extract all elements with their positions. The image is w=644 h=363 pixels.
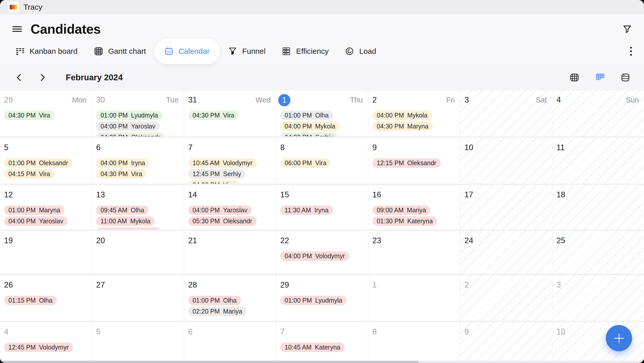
list-view-icon (621, 73, 630, 82)
calendar-day-cell[interactable]: 1 (368, 275, 460, 321)
event-chip[interactable]: 02:20 PMMariya (188, 307, 247, 316)
event-chip[interactable]: 01:00 PMOlha (280, 111, 333, 120)
calendar-day-cell[interactable]: 2 (460, 275, 552, 321)
filter-icon[interactable] (622, 24, 632, 34)
scrollbar-thumb[interactable] (0, 361, 419, 363)
calendar-day-cell[interactable]: 1309:45 AMOlha11:00 AMMykola05:30 PMKate… (92, 185, 183, 229)
calendar-day-cell[interactable]: 19 (0, 231, 91, 274)
event-chip[interactable]: 09:00 AMMariya (372, 205, 431, 215)
event-list: 01:00 PMOlha02:20 PMMariya (188, 296, 272, 316)
event-chip[interactable]: 04:30 PMVira (96, 169, 146, 179)
event-chip[interactable]: 04:00 PMIryna (96, 158, 150, 168)
calendar-day-cell[interactable]: 4Sun (553, 90, 644, 136)
calendar-day-cell[interactable]: 1Thu01:00 PMOlha04:00 PMMykola04:30 PMSe… (276, 90, 368, 136)
event-chip[interactable]: 04:15 PMVira (4, 169, 55, 179)
tab-funnel[interactable]: Funnel (220, 38, 274, 64)
event-time: 12:45 PM (8, 344, 36, 351)
tab-efficiency[interactable]: Efficiency (274, 38, 337, 64)
event-chip[interactable]: 01:00 PMMaryna (4, 205, 64, 215)
app-title: Tracy (23, 3, 42, 11)
custom-grid-view-button[interactable] (595, 73, 605, 82)
calendar-day-cell[interactable]: 5 (92, 322, 183, 362)
calendar-day-cell[interactable]: 710:45 AMVolodymyr12:45 PMSerhiy04:30 PM… (184, 138, 276, 184)
calendar-day-cell[interactable]: 24 (460, 231, 552, 274)
event-chip[interactable]: 01:00 PMOleksandr (4, 158, 72, 168)
add-event-button[interactable] (606, 325, 632, 351)
calendar-day-cell[interactable]: 2Fri04:00 PMMykola04:30 PMMaryna (368, 90, 460, 136)
calendar-day-cell[interactable]: 21 (184, 231, 276, 274)
calendar-day-cell[interactable]: 1404:00 PMYaroslav05:30 PMOleksandr (184, 185, 276, 229)
calendar-day-cell[interactable]: 9 (460, 322, 552, 362)
event-chip[interactable]: 01:00 PMLyudmyla (280, 296, 346, 305)
calendar-day-cell[interactable]: 1609:00 AMMariya01:30 PMKateryna (368, 185, 460, 229)
event-chip[interactable]: 04:30 PMOleksandr (96, 133, 164, 136)
event-chip[interactable]: 04:00 PMMykola (280, 122, 340, 131)
event-chip[interactable]: 04:30 PMMaryna (372, 122, 433, 131)
tab-load[interactable]: Load (337, 38, 384, 64)
calendar-day-cell[interactable]: 6 (184, 322, 276, 362)
calendar-day-cell[interactable]: 27 (92, 275, 183, 321)
calendar-day-cell[interactable]: 30Tue01:00 PMLyudmyla04:00 PMYaroslav04:… (92, 90, 183, 136)
calendar-day-cell[interactable]: 23 (368, 231, 460, 274)
event-chip[interactable]: 04:00 PMVolodymyr (280, 251, 349, 261)
calendar-day-cell[interactable]: 3Sat (460, 90, 552, 136)
calendar-day-cell[interactable]: 8 (368, 322, 460, 362)
calendar-day-cell[interactable]: 3 (553, 275, 644, 321)
event-chip[interactable]: 04:30 PMSerhiy (280, 133, 338, 136)
calendar-day-cell[interactable]: 912:15 PMOleksandr (368, 138, 460, 184)
event-chip[interactable]: 05:30 PMOleksandr (188, 216, 257, 226)
event-chip[interactable]: 11:30 AMIryna (280, 205, 333, 215)
next-month-button[interactable] (36, 70, 50, 85)
event-chip[interactable]: 09:45 AMOlha (96, 205, 148, 215)
calendar-day-cell[interactable]: 2901:00 PMLyudmyla (276, 275, 368, 321)
month-grid-view-button[interactable] (570, 73, 579, 82)
calendar-day-cell[interactable]: 2204:00 PMVolodymyr (276, 231, 368, 274)
calendar-day-cell[interactable]: 1201:00 PMMaryna04:00 PMYaroslav (0, 185, 91, 229)
event-chip[interactable]: 11:00 AMMykola (96, 216, 155, 226)
event-chip[interactable]: 01:00 PMOlha (188, 296, 241, 305)
menu-icon[interactable] (12, 24, 22, 34)
calendar-day-cell[interactable]: 18 (553, 185, 644, 229)
calendar-day-cell[interactable]: 2601:15 PMOlha (0, 275, 91, 321)
tab-kanban[interactable]: Kanban board (7, 38, 86, 64)
calendar-day-cell[interactable]: 31Wed04:30 PMVira (184, 90, 276, 136)
tab-calendar[interactable]: Calendar (154, 38, 220, 64)
previous-month-button[interactable] (12, 70, 26, 85)
event-chip[interactable]: 01:15 PMOlha (4, 296, 57, 305)
list-view-button[interactable] (621, 73, 630, 82)
calendar-day-cell[interactable]: 501:00 PMOleksandr04:15 PMVira (0, 138, 91, 184)
event-chip[interactable]: 06:00 PMVira (280, 158, 331, 168)
tab-gantt[interactable]: Gantt chart (86, 38, 154, 64)
event-chip[interactable]: 12:45 PMSerhiy (188, 169, 246, 179)
event-chip[interactable]: 10:45 AMKateryna (280, 343, 345, 352)
calendar-day-cell[interactable]: 20 (92, 231, 183, 274)
event-chip[interactable]: 04:00 PMYaroslav (188, 205, 252, 215)
event-chip[interactable]: 12:15 PMOleksandr (372, 158, 441, 168)
event-chip[interactable]: 12:45 PMVolodymyr (4, 343, 73, 352)
calendar-day-cell[interactable]: 604:00 PMIryna04:30 PMVira (92, 138, 183, 184)
event-chip[interactable]: 01:00 PMLyudmyla (96, 111, 162, 120)
calendar-day-cell[interactable]: 29Mon04:30 PMVira (0, 90, 91, 136)
calendar-day-cell[interactable]: 806:00 PMVira (276, 138, 368, 184)
event-chip[interactable]: 04:00 PMMykola (372, 111, 432, 120)
more-options-icon[interactable] (629, 46, 633, 57)
event-chip[interactable]: 01:30 PMKateryna (372, 216, 437, 226)
event-chip[interactable]: 04:00 PMYaroslav (96, 122, 159, 131)
event-chip[interactable]: 04:30 PMVira (188, 180, 239, 184)
event-chip[interactable]: 04:30 PMVira (188, 111, 239, 120)
event-chip[interactable]: 04:00 PMYaroslav (4, 216, 68, 226)
calendar-day-cell[interactable]: 1511:30 AMIryna (276, 185, 368, 229)
calendar-day-cell[interactable]: 710:45 AMKateryna (276, 322, 368, 362)
calendar-day-cell[interactable]: 17 (460, 185, 552, 229)
calendar-day-cell[interactable]: 25 (553, 231, 644, 274)
calendar-day-cell[interactable]: 10 (460, 138, 552, 184)
calendar-day-cell[interactable]: 11 (553, 138, 644, 184)
event-chip[interactable]: 04:30 PMVira (4, 111, 55, 120)
event-chip[interactable]: 10:45 AMVolodymyr (188, 158, 257, 168)
day-number: 3 (464, 95, 469, 105)
event-name: Mariya (223, 308, 242, 315)
calendar-day-cell[interactable]: 412:45 PMVolodymyr (0, 322, 91, 362)
calendar-day-cell[interactable]: 2801:00 PMOlha02:20 PMMariya (184, 275, 276, 321)
event-chip[interactable]: 05:30 PMKateryna (96, 227, 161, 229)
event-time: 01:30 PM (377, 217, 404, 225)
